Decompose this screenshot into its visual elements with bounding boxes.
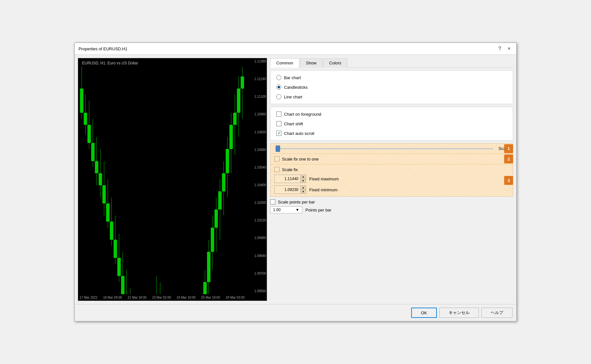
y-label: 1.10820 bbox=[246, 130, 266, 134]
y-label: 1.09980 bbox=[246, 236, 266, 240]
fixed-max-up[interactable]: ▲ bbox=[301, 175, 306, 179]
y-label: 1.10400 bbox=[246, 183, 266, 187]
scale-points-checkbox[interactable]: Scale points per bar bbox=[270, 199, 513, 204]
scale-badge-2: 2 bbox=[504, 154, 513, 163]
radio-bar-indicator bbox=[276, 75, 281, 80]
dialog-title: Properties of EURUSD,H1 bbox=[79, 46, 127, 51]
scale-badge-1: 1 bbox=[504, 144, 513, 153]
y-label: 1.10120 bbox=[246, 219, 266, 222]
checkbox-autoscroll-label: Chart auto scroll bbox=[284, 131, 314, 136]
tab-bar: Common Show Colors bbox=[270, 58, 513, 68]
fixed-min-buttons: ▲ ▼ bbox=[300, 186, 306, 194]
x-label: 21 Mar 18:00 bbox=[128, 296, 146, 299]
y-label: 1.10260 bbox=[246, 201, 266, 204]
scale-fix-one-indicator bbox=[274, 156, 279, 161]
checkbox-group: Chart on foreground Chart shift Chart au… bbox=[276, 112, 507, 136]
tab-common[interactable]: Common bbox=[270, 58, 299, 68]
fixed-max-down[interactable]: ▼ bbox=[301, 179, 306, 183]
chart-type-box: Bar chart Candlesticks Line chart bbox=[270, 70, 513, 104]
fixed-max-spinbox[interactable]: ▲ ▼ bbox=[274, 175, 306, 183]
bottom-bar: OK キャンセル ヘルプ bbox=[75, 304, 516, 321]
fixed-max-buttons: ▲ ▼ bbox=[300, 175, 306, 183]
fixed-min-input[interactable] bbox=[275, 186, 300, 193]
scale-fix-checkbox[interactable]: Scale fix bbox=[274, 167, 509, 172]
scale-fix-one-checkbox[interactable]: Scale fix one to one bbox=[274, 156, 509, 161]
chart-y-axis: 1.11380 1.11240 1.11100 1.10960 1.10820 … bbox=[246, 58, 267, 294]
checkboxes-box: Chart on foreground Chart shift Chart au… bbox=[270, 107, 513, 141]
scale-fix-indicator bbox=[274, 167, 279, 172]
checkbox-foreground[interactable]: Chart on foreground bbox=[276, 112, 507, 117]
tab-colors[interactable]: Colors bbox=[323, 58, 347, 68]
scale-fix-one-label: Scale fix one to one bbox=[282, 157, 319, 161]
radio-candlesticks-label: Candlesticks bbox=[284, 85, 308, 90]
fixed-max-input[interactable] bbox=[275, 176, 300, 182]
x-label: 18 Mar 09:00 bbox=[103, 296, 122, 299]
fixed-max-row: ▲ ▼ Fixed maximum bbox=[274, 175, 339, 183]
help-dialog-button[interactable]: ヘルプ bbox=[481, 308, 512, 318]
scale-panel: Scale 1 Scale fix one to one 2 bbox=[270, 143, 513, 197]
y-label: 1.10680 bbox=[246, 148, 266, 152]
radio-candlesticks[interactable]: Candlesticks bbox=[276, 85, 507, 90]
help-button[interactable]: ? bbox=[496, 46, 503, 52]
fixed-min-spinbox[interactable]: ▲ ▼ bbox=[274, 186, 306, 194]
dialog: Properties of EURUSD,H1 ? × EURUSD, H1: … bbox=[74, 43, 517, 321]
y-label: 1.11240 bbox=[246, 77, 266, 81]
x-label: 29 Mar 03:00 bbox=[226, 296, 245, 299]
fixed-min-row: ▲ ▼ Fixed minimum bbox=[274, 186, 337, 194]
points-per-bar-label: Points per bar bbox=[305, 208, 331, 212]
dropdown-arrow-icon: ▼ bbox=[296, 208, 299, 212]
x-label: 23 Mar 02:00 bbox=[152, 296, 171, 299]
checkbox-autoscroll-indicator bbox=[276, 131, 281, 136]
title-bar: Properties of EURUSD,H1 ? × bbox=[75, 43, 516, 55]
x-label: 17 Mar 2022 bbox=[79, 296, 97, 299]
scale-points-indicator bbox=[270, 199, 275, 204]
y-label: 1.09560 bbox=[246, 289, 266, 293]
scale-slider-track[interactable] bbox=[274, 148, 493, 149]
y-label: 1.10960 bbox=[246, 112, 266, 116]
radio-line-label: Line chart bbox=[284, 95, 302, 99]
chart-header: EURUSD, H1: Euro vs US Dollar bbox=[80, 60, 140, 67]
scale-fix-row: Scale fix 3 ▲ ▼ Fixed maxim bbox=[271, 164, 513, 196]
radio-line-chart[interactable]: Line chart bbox=[276, 94, 507, 99]
fixed-min-up[interactable]: ▲ bbox=[301, 186, 306, 190]
chart-canvas-wrapper: 1.11380 1.11240 1.11100 1.10960 1.10820 … bbox=[78, 58, 267, 301]
fixed-max-label: Fixed maximum bbox=[309, 177, 339, 181]
checkbox-autoscroll[interactable]: Chart auto scroll bbox=[276, 131, 507, 136]
y-label: 1.11100 bbox=[246, 95, 266, 98]
chart-canvas bbox=[78, 58, 246, 294]
x-label: 24 Mar 10:00 bbox=[177, 296, 196, 299]
chart-panel: EURUSD, H1: Euro vs US Dollar bbox=[78, 58, 267, 301]
scale-fix-label: Scale fix bbox=[282, 167, 298, 172]
scale-row: Scale 1 bbox=[271, 144, 513, 154]
scale-points-section: Scale points per bar 1.00 ▼ Points per b… bbox=[270, 199, 513, 213]
scale-fix-one-row: Scale fix one to one 2 bbox=[271, 154, 513, 164]
checkbox-foreground-label: Chart on foreground bbox=[284, 112, 321, 117]
cancel-button[interactable]: キャンセル bbox=[439, 308, 479, 318]
title-controls: ? × bbox=[496, 46, 512, 52]
checkbox-shift-indicator bbox=[276, 121, 281, 126]
y-label: 1.09840 bbox=[246, 254, 266, 258]
tab-show[interactable]: Show bbox=[300, 58, 323, 68]
scale-slider-thumb[interactable] bbox=[276, 145, 280, 152]
scale-badge-3: 3 bbox=[504, 176, 513, 185]
radio-bar-label: Bar chart bbox=[284, 75, 301, 80]
right-panel: Common Show Colors Bar chart Candlestick… bbox=[270, 58, 513, 301]
points-per-bar-row: 1.00 ▼ Points per bar bbox=[270, 206, 513, 213]
points-per-bar-select[interactable]: 1.00 ▼ bbox=[270, 206, 302, 213]
fixed-min-down[interactable]: ▼ bbox=[301, 190, 306, 194]
checkbox-shift-label: Chart shift bbox=[284, 121, 303, 126]
radio-bar-chart[interactable]: Bar chart bbox=[276, 75, 507, 80]
ok-button[interactable]: OK bbox=[411, 308, 437, 318]
fixed-min-label: Fixed minimum bbox=[309, 187, 337, 192]
content-area: EURUSD, H1: Euro vs US Dollar bbox=[75, 55, 516, 304]
radio-candlesticks-indicator bbox=[276, 85, 281, 90]
checkbox-foreground-indicator bbox=[276, 112, 281, 117]
y-label: 1.10540 bbox=[246, 166, 266, 169]
close-button[interactable]: × bbox=[506, 46, 512, 52]
chart-x-axis: 17 Mar 2022 18 Mar 09:00 21 Mar 18:00 23… bbox=[78, 294, 246, 301]
points-dropdown-value: 1.00 bbox=[273, 208, 280, 212]
checkbox-shift[interactable]: Chart shift bbox=[276, 121, 507, 126]
radio-line-indicator bbox=[276, 94, 281, 99]
x-label: 25 Mar 18:00 bbox=[201, 296, 220, 299]
scale-slider-container: Scale bbox=[274, 146, 509, 151]
